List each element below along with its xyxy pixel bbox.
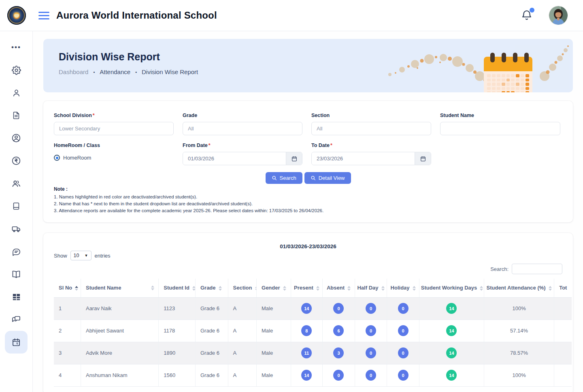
breadcrumb-current: Division Wise Report [142, 68, 198, 75]
notification-dot [530, 8, 534, 13]
col-holiday[interactable]: Holiday [387, 279, 419, 297]
from-date-label: From Date* [183, 143, 302, 148]
working-days-badge: 14 [446, 325, 457, 336]
breadcrumb-attendance[interactable]: Attendance [100, 68, 130, 75]
report-card: 01/03/2026-23/03/2026 Show 10▼ entries S… [43, 233, 573, 392]
ellipsis-menu-icon: ••• [11, 43, 21, 51]
from-date-calendar-icon[interactable] [286, 152, 302, 165]
from-date-input[interactable] [183, 152, 286, 165]
grade-label: Grade [183, 113, 302, 118]
hamburger-menu-icon[interactable] [38, 12, 49, 19]
school-division-label: School Division* [54, 113, 174, 118]
top-bar: Aurora World International School [0, 0, 583, 31]
holiday-badge: 0 [398, 370, 409, 381]
col-present[interactable]: Present [291, 279, 323, 297]
search-button[interactable]: Search [266, 172, 302, 184]
working-days-badge: 14 [446, 370, 457, 381]
open-book-icon [11, 269, 21, 279]
calendar-icon [11, 337, 21, 347]
sidebar-item-messages[interactable] [5, 240, 28, 263]
col-attendance[interactable]: Student Attendance (%) [484, 279, 554, 297]
col-total-truncated[interactable]: Tot [554, 279, 572, 297]
comment-icon [12, 247, 21, 256]
grade-input[interactable] [183, 122, 302, 135]
sidebar-item-discussions[interactable] [5, 308, 28, 331]
attendance-cell: 78.57% [484, 342, 554, 364]
search-icon [311, 175, 316, 181]
sidebar-item-transport[interactable] [5, 217, 28, 240]
sidebar-item-staff[interactable] [5, 81, 28, 104]
notification-bell-icon[interactable] [521, 9, 533, 21]
entries-label: entries [95, 253, 111, 259]
sidebar-item-library[interactable] [5, 263, 28, 285]
col-absent[interactable]: Absent [323, 279, 355, 297]
chat-bubbles-icon [11, 315, 21, 324]
page-title: Division Wise Report [59, 51, 160, 63]
col-sl-no[interactable]: Sl No [54, 279, 81, 297]
absent-badge: 0 [333, 303, 344, 314]
section-input[interactable] [311, 122, 431, 135]
holiday-badge: 0 [398, 347, 409, 358]
to-date-label: To Date* [311, 143, 431, 148]
school-name-title: Aurora World International School [56, 10, 217, 21]
user-avatar[interactable] [549, 6, 568, 25]
half-day-badge: 0 [366, 347, 376, 358]
absent-badge: 3 [333, 347, 344, 358]
student-name-cell: Aarav Naik [81, 297, 158, 320]
note-line: 3. Attendance reports are available for … [54, 207, 323, 214]
note-title: Note : [54, 186, 323, 193]
sidebar-item-students[interactable] [5, 172, 28, 195]
attendance-cell: 100% [484, 364, 554, 386]
attendance-cell: 100% [484, 297, 554, 320]
main-content: Division Wise Report Dashboard • Attenda… [33, 31, 583, 392]
absent-badge: 0 [333, 370, 344, 381]
attendance-cell: 57.14% [484, 320, 554, 342]
half-day-badge: 0 [366, 325, 376, 336]
to-date-calendar-icon[interactable] [415, 152, 431, 165]
col-section[interactable]: Section [228, 279, 256, 297]
detail-view-button[interactable]: Detail View [304, 172, 351, 184]
sidebar-item-more[interactable]: ••• [5, 36, 28, 59]
breadcrumb: Dashboard • Attendance • Division Wise R… [59, 68, 198, 75]
homeroom-class-label: HomeRoom / Class [54, 143, 174, 148]
document-icon [12, 111, 21, 120]
users-group-icon [11, 179, 21, 188]
sidebar-item-fees[interactable] [5, 149, 28, 172]
sidebar-item-profile[interactable] [5, 127, 28, 149]
table-search-input[interactable] [512, 264, 562, 274]
school-division-input[interactable] [54, 122, 174, 135]
to-date-input[interactable] [312, 152, 415, 165]
col-gender[interactable]: Gender [257, 279, 291, 297]
chevron-down-icon: ▼ [85, 254, 88, 258]
banner-dots-illustration [383, 39, 573, 92]
col-half-day[interactable]: Half Day [355, 279, 387, 297]
table-search-label: Search: [490, 266, 509, 272]
table-row: 4 Anshuman Nikam 1560 Grade 6 A Male 14 … [54, 364, 572, 386]
breadcrumb-dashboard[interactable]: Dashboard [59, 68, 88, 75]
sidebar-item-attendance-calendar[interactable] [5, 331, 28, 354]
student-name-cell: Anshuman Nikam [81, 364, 158, 386]
table-header-row: Sl No Student Name Student Id Grade Sect… [54, 279, 572, 297]
table-grid-icon [12, 292, 21, 302]
half-day-badge: 0 [366, 370, 376, 381]
rupee-coin-icon [11, 156, 21, 166]
present-badge: 8 [301, 325, 312, 336]
user-circle-icon [11, 133, 21, 143]
table-row: 2 Abhijeet Sawant 1178 Grade 6 A Male 8 … [54, 320, 572, 342]
filter-card: School Division* Grade Section Student N… [43, 101, 573, 222]
col-grade[interactable]: Grade [195, 279, 228, 297]
show-label: Show [54, 253, 67, 259]
student-name-cell: Abhijeet Sawant [81, 320, 158, 342]
homeroom-radio[interactable] [54, 155, 60, 161]
report-date-range: 01/03/2026-23/03/2026 [43, 243, 573, 249]
col-working-days[interactable]: Student Working Days [419, 279, 484, 297]
student-name-input[interactable] [440, 122, 560, 135]
sidebar-item-settings[interactable] [5, 59, 28, 81]
sidebar-item-courses[interactable] [5, 195, 28, 217]
col-student-name[interactable]: Student Name [81, 279, 158, 297]
col-student-id[interactable]: Student Id [159, 279, 196, 297]
working-days-badge: 14 [446, 303, 457, 314]
sidebar-item-timetable[interactable] [5, 285, 28, 308]
page-size-select[interactable]: 10▼ [70, 251, 91, 260]
sidebar-item-documents[interactable] [5, 104, 28, 127]
